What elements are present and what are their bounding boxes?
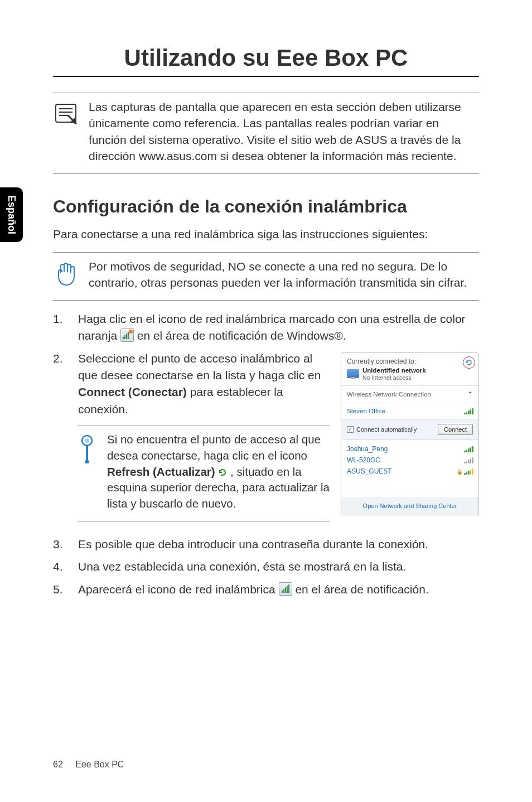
section-heading: Configuración de la conexión inalámbrica bbox=[53, 196, 479, 217]
fig-selected-network[interactable]: Steven Office bbox=[341, 403, 478, 419]
signal-icon bbox=[464, 446, 473, 452]
note-icon bbox=[53, 99, 79, 125]
fig-network-name: WL-520GC bbox=[347, 456, 380, 464]
intro-note-box: Las capturas de pantalla que aparecen en… bbox=[53, 93, 479, 174]
page-footer: 62 Eee Box PC bbox=[53, 760, 124, 770]
monitor-icon bbox=[347, 369, 359, 378]
svg-point-3 bbox=[85, 460, 89, 463]
fig-network-name: ASUS_GUEST bbox=[347, 467, 392, 475]
fig-connected-to: Currently connected to: bbox=[347, 357, 473, 365]
fig-footer-link[interactable]: Open Network and Sharing Center bbox=[341, 497, 478, 515]
step-3: Es posible que deba introducir una contr… bbox=[53, 536, 479, 553]
chevron-up-icon: ⌃ bbox=[467, 390, 473, 398]
fig-network-name: Joshua_Peng bbox=[347, 445, 388, 453]
fig-network-list: Joshua_Peng WL-520GC ASUS_GUEST 🔒 bbox=[341, 440, 478, 497]
security-note-box: Por motivos de seguridad, NO se conecte … bbox=[53, 252, 479, 301]
step-5-text-b: en el área de notificación. bbox=[295, 583, 428, 596]
fig-auto-label: Connect automatically bbox=[356, 426, 417, 433]
wifi-tray-orange-icon bbox=[120, 328, 134, 342]
fig-unidentified: Unidentified network bbox=[362, 367, 426, 374]
step-2: Seleccione el punto de acceso inalámbric… bbox=[53, 350, 330, 418]
step-4: Una vez establecida una conexión, ésta s… bbox=[53, 558, 479, 575]
fig-selected-network-label: Steven Office bbox=[347, 408, 385, 414]
security-note-text: Por motivos de seguridad, NO se conecte … bbox=[89, 258, 479, 291]
signal-icon bbox=[464, 468, 473, 475]
fig-no-access: No Internet access bbox=[362, 374, 426, 381]
footer-doc-name: Eee Box PC bbox=[75, 760, 124, 769]
hand-icon bbox=[53, 258, 79, 287]
tip-note-text: Si no encuentra el punto de acceso al qu… bbox=[107, 432, 330, 511]
wifi-tray-icon bbox=[279, 582, 292, 596]
signal-icon bbox=[464, 457, 473, 463]
fig-auto-connect-row: ✓ Connect automatically Connect bbox=[341, 419, 478, 440]
section-intro: Para conectarse a una red inalámbrica si… bbox=[53, 226, 479, 242]
tip-text-a: Si no encuentra el punto de acceso al qu… bbox=[107, 433, 321, 462]
fig-wireless-row[interactable]: Wireless Network Connection ⌃ bbox=[341, 386, 478, 403]
step-1-text-b: en el área de notificación de Windows®. bbox=[137, 329, 346, 342]
wifi-flyout-figure: Currently connected to: Unidentified net… bbox=[341, 352, 479, 515]
fig-network-row[interactable]: Joshua_Peng bbox=[347, 443, 473, 455]
lock-icon: 🔒 bbox=[457, 469, 463, 475]
intro-note-text: Las capturas de pantalla que aparecen en… bbox=[89, 99, 479, 165]
fig-wireless-label: Wireless Network Connection bbox=[347, 391, 431, 398]
fig-network-row[interactable]: ASUS_GUEST 🔒 bbox=[347, 466, 473, 477]
step-5: Aparecerá el icono de red inalámbrica en… bbox=[53, 581, 479, 598]
fig-auto-checkbox[interactable]: ✓ Connect automatically bbox=[347, 426, 417, 433]
page-number: 62 bbox=[53, 760, 63, 769]
signal-icon bbox=[464, 408, 473, 414]
fig-network-row[interactable]: WL-520GC bbox=[347, 455, 473, 466]
svg-point-2 bbox=[85, 438, 89, 443]
step-2-bold: Connect (Conectar) bbox=[78, 385, 187, 398]
checkbox-icon: ✓ bbox=[347, 426, 354, 433]
tip-bold: Refresh (Actualizar) bbox=[107, 465, 215, 478]
step-5-text-a: Aparecerá el icono de red inalámbrica bbox=[78, 583, 279, 596]
magnifier-icon bbox=[78, 432, 97, 465]
fig-refresh-button[interactable] bbox=[463, 356, 475, 369]
step-1: Haga clic en el icono de red inalámbrica… bbox=[53, 311, 479, 345]
tip-note-box: Si no encuentra el punto de acceso al qu… bbox=[78, 426, 330, 521]
refresh-icon bbox=[218, 465, 227, 474]
step-2-text-a: Seleccione el punto de acceso inalámbric… bbox=[78, 352, 321, 381]
fig-header: Currently connected to: Unidentified net… bbox=[341, 353, 478, 386]
page-title: Utilizando su Eee Box PC bbox=[53, 45, 479, 77]
fig-connect-button[interactable]: Connect bbox=[438, 424, 473, 435]
